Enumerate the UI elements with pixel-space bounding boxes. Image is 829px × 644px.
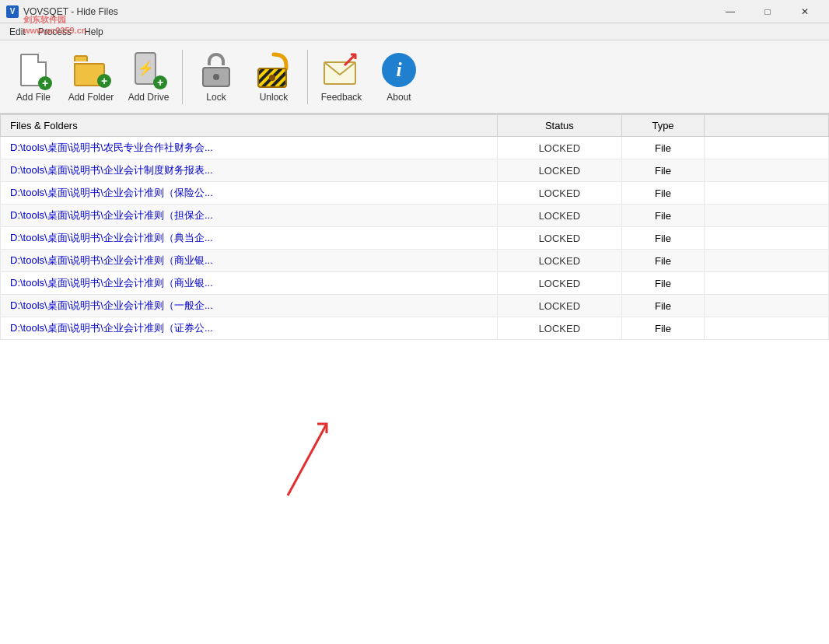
cell-status: LOCKED [498,137,622,159]
cell-type: File [621,159,705,182]
add-folder-icon-area: + [72,51,110,89]
col-header-extra [705,115,829,137]
cell-status: LOCKED [498,317,622,340]
add-file-icon-area: + [15,51,52,89]
table-row[interactable]: D:\tools\桌面\说明书\企业会计准则（保险公...LOCKEDFile [1,182,829,205]
table-row[interactable]: D:\tools\桌面\说明书\企业会计准则（商业银...LOCKEDFile [1,250,829,272]
feedback-label: Feedback [321,92,362,103]
cell-path: D:\tools\桌面\说明书\企业会计准则（典当企... [1,227,498,250]
about-button[interactable]: i About [372,45,426,109]
about-icon-area: i [380,51,418,89]
add-file-button[interactable]: + Add File [6,45,61,109]
cell-extra [705,205,829,227]
table-row[interactable]: D:\tools\桌面\说明书\企业会计制度财务报表...LOCKEDFile [1,159,829,182]
table-row[interactable]: D:\tools\桌面\说明书\企业会计准则（一般企...LOCKEDFile [1,295,829,317]
unlock-label: Unlock [260,92,289,103]
add-folder-button[interactable]: + Add Folder [64,45,118,109]
table-row[interactable]: D:\tools\桌面\说明书\企业会计准则（担保企...LOCKEDFile [1,205,829,227]
cell-status: LOCKED [498,227,622,250]
table-row[interactable]: D:\tools\桌面\说明书\企业会计准则（商业银...LOCKEDFile [1,272,829,295]
cell-extra [705,250,829,272]
cell-status: LOCKED [498,295,622,317]
cell-type: File [621,182,705,205]
table-container[interactable]: Files & Folders Status Type D:\tools\桌面\… [0,114,829,642]
watermark-line1: 剑东软件园 [23,14,87,26]
add-file-icon: + [18,51,49,89]
cell-path: D:\tools\桌面\说明书\企业会计制度财务报表... [1,159,498,182]
feedback-icon [323,51,360,89]
cell-path: D:\tools\桌面\说明书\企业会计准则（商业银... [1,272,498,295]
cell-type: File [621,137,705,159]
watermark: 剑东软件园 www.pc0359.cn [23,14,87,35]
feedback-button[interactable]: Feedback [314,45,369,109]
toolbar-separator-1 [182,50,183,104]
cell-status: LOCKED [498,182,622,205]
about-label: About [387,92,411,103]
cell-extra [705,137,829,159]
table-row[interactable]: D:\tools\桌面\说明书\农民专业合作社财务会...LOCKEDFile [1,137,829,159]
add-folder-label: Add Folder [68,92,114,103]
toolbar: + Add File + Add Folder ⚡ + Add Drive [0,40,829,114]
file-table: Files & Folders Status Type D:\tools\桌面\… [0,114,829,340]
cell-path: D:\tools\桌面\说明书\企业会计准则（证券公... [1,317,498,340]
table-row[interactable]: D:\tools\桌面\说明书\企业会计准则（典当企...LOCKEDFile [1,227,829,250]
cell-extra [705,317,829,340]
close-button[interactable]: ✕ [787,0,823,23]
svg-line-6 [288,424,327,495]
unlock-button[interactable]: Unlock [247,45,301,109]
cell-status: LOCKED [498,159,622,182]
maximize-button[interactable]: □ [750,0,785,23]
cell-type: File [621,250,705,272]
cell-path: D:\tools\桌面\说明书\企业会计准则（保险公... [1,182,498,205]
cell-extra [705,227,829,250]
add-file-label: Add File [16,92,51,103]
col-header-type: Type [621,115,705,137]
cell-type: File [621,295,705,317]
cell-extra [705,272,829,295]
add-drive-button[interactable]: ⚡ + Add Drive [121,45,176,109]
add-drive-label: Add Drive [128,92,170,103]
cell-path: D:\tools\桌面\说明书\企业会计准则（担保企... [1,205,498,227]
col-header-files: Files & Folders [1,115,498,137]
lock-icon [202,53,230,87]
add-drive-icon: ⚡ + [131,52,166,88]
cell-extra [705,295,829,317]
cell-extra [705,159,829,182]
add-folder-icon: + [74,54,108,86]
cell-path: D:\tools\桌面\说明书\企业会计准则（商业银... [1,250,498,272]
table-row[interactable]: D:\tools\桌面\说明书\企业会计准则（证券公...LOCKEDFile [1,317,829,340]
cell-path: D:\tools\桌面\说明书\农民专业合作社财务会... [1,137,498,159]
cell-status: LOCKED [498,272,622,295]
cell-type: File [621,272,705,295]
col-header-status: Status [498,115,622,137]
menu-bar: Edit Process Help [0,23,829,40]
cell-type: File [621,205,705,227]
table-header-row: Files & Folders Status Type [1,115,829,137]
lock-button[interactable]: Lock [189,45,243,109]
unlock-icon [257,51,291,89]
minimize-button[interactable]: — [712,0,748,23]
lock-label: Lock [206,92,226,103]
svg-point-3 [269,75,275,81]
watermark-line2: www.pc0359.cn [23,26,87,35]
title-bar: V VOVSQET - Hide Files — □ ✕ [0,0,829,23]
app-icon: V [6,5,19,18]
cell-type: File [621,317,705,340]
cell-type: File [621,227,705,250]
lock-icon-area [198,51,235,89]
title-bar-controls: — □ ✕ [712,0,823,23]
content-area: Files & Folders Status Type D:\tools\桌面\… [0,114,829,642]
add-drive-icon-area: ⚡ + [130,51,167,89]
toolbar-separator-2 [307,50,308,104]
unlock-icon-area [255,51,292,89]
cell-status: LOCKED [498,205,622,227]
cell-status: LOCKED [498,250,622,272]
about-icon: i [382,53,416,87]
cell-extra [705,182,829,205]
cell-path: D:\tools\桌面\说明书\企业会计准则（一般企... [1,295,498,317]
feedback-icon-area [323,51,360,89]
